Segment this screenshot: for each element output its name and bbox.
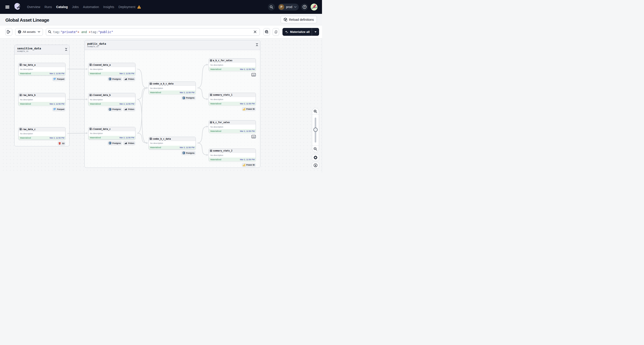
asset-scope-dropdown[interactable]: All assets <box>15 28 43 36</box>
refresh-button[interactable] <box>272 28 279 36</box>
asset-name: cleaned_data_b <box>92 94 111 96</box>
query-token-string: "public" <box>98 30 113 34</box>
kind-tag-postgres[interactable]: Postgres <box>108 77 122 81</box>
asset-lineage-graph[interactable]: sensitive_data example_co public_data ex… <box>0 38 322 172</box>
global-search-button[interactable] <box>268 4 275 10</box>
page-header: Global Asset Lineage Reload definitions <box>0 14 322 26</box>
menu-hamburger-icon[interactable] <box>5 6 10 8</box>
postgres-icon <box>108 108 112 111</box>
kind-tag-postgres[interactable]: Postgres <box>181 151 196 155</box>
asset-node-summary_stats_2[interactable]: summary_stats_2 No description Materiali… <box>209 148 256 161</box>
kind-tag-csv[interactable]: csv <box>252 134 256 139</box>
asset-selection-input[interactable]: tag:"private"+ and +tag:"public" <box>46 28 260 36</box>
table-icon <box>150 83 152 85</box>
kind-tag-polars[interactable]: Polars <box>123 141 136 146</box>
asset-node-combo_b_c_data[interactable]: combo_b_c_data No description Materializ… <box>148 137 196 150</box>
asset-node-raw_data_c[interactable]: raw_data_c No description Materialized M… <box>18 127 66 140</box>
asset-name: summary_stats_1 <box>213 94 232 96</box>
open-sidebar-button[interactable] <box>5 28 12 36</box>
download-circle-icon <box>314 163 318 167</box>
nav-item-jobs[interactable]: Jobs <box>72 5 79 9</box>
dagster-logo-icon[interactable] <box>13 2 22 12</box>
materialized-label: Materialized <box>150 92 161 94</box>
zoom-panel <box>312 108 319 152</box>
kind-tag-label: Polars <box>128 108 134 110</box>
asset-node-a_b_c_for_sales[interactable]: a_b_c_for_sales No description Materiali… <box>209 58 256 71</box>
nav-item-label: Runs <box>44 5 52 9</box>
kind-tag-parquet[interactable]: Parquet <box>52 107 66 112</box>
nav-item-catalog[interactable]: Catalog <box>56 5 68 9</box>
group-header: public_data example_co <box>85 40 260 50</box>
asset-node-cleaned_data_a[interactable]: cleaned_data_a No description Materializ… <box>88 63 136 76</box>
zoom-slider-thumb[interactable] <box>313 128 318 132</box>
asset-node-b_c_for_sales[interactable]: b_c_for_sales No description Materialize… <box>209 120 256 133</box>
kind-tag-csv[interactable]: csv <box>252 72 256 77</box>
collapse-group-button[interactable] <box>256 43 258 46</box>
materialized-timestamp: Mar 2, 11:56 PM <box>120 103 134 105</box>
materialized-timestamp: Mar 2, 11:56 PM <box>180 92 194 94</box>
kind-tag-powerbi[interactable]: Power BI <box>242 107 256 112</box>
asset-node-cleaned_data_b[interactable]: cleaned_data_b No description Materializ… <box>88 93 136 106</box>
zoom-out-button[interactable] <box>312 146 319 152</box>
nav-item-overview[interactable]: Overview <box>27 5 40 9</box>
kind-tag-polars[interactable]: Polars <box>123 77 136 81</box>
kind-tag-polars[interactable]: Polars <box>123 107 136 112</box>
clear-query-button[interactable] <box>253 30 258 34</box>
kind-tag-postgres[interactable]: Postgres <box>108 141 122 146</box>
asset-description: No description <box>209 62 256 67</box>
materialized-timestamp: Mar 2, 11:56 PM <box>50 72 64 75</box>
materialize-all-button[interactable]: Materialize all <box>282 28 312 36</box>
edge-raw_data_c-to-cleaned_data_c <box>67 133 86 134</box>
kind-tag-postgres[interactable]: Postgres <box>108 107 122 112</box>
asset-status-row: Materialized Mar 2, 11:56 PM <box>18 102 65 106</box>
asset-description: No description <box>88 97 135 102</box>
table-icon <box>20 64 22 66</box>
parquet-icon <box>53 78 56 80</box>
nav-item-insights[interactable]: Insights <box>103 5 114 9</box>
deployment-switcher[interactable]: P prod <box>278 4 299 10</box>
asset-node-header: a_b_c_for_sales <box>209 58 256 62</box>
nav-item-automation[interactable]: Automation <box>83 5 99 9</box>
asset-node-header: b_c_for_sales <box>209 120 256 124</box>
asset-status-row: Materialized Mar 2, 11:56 PM <box>88 102 135 106</box>
help-button[interactable]: ? <box>301 4 308 10</box>
postgres-icon <box>108 142 112 144</box>
globe-icon <box>18 30 21 34</box>
asset-node-cleaned_data_c[interactable]: cleaned_data_c No description Materializ… <box>88 127 136 140</box>
asset-description: No description <box>149 86 196 90</box>
zoom-slider[interactable] <box>312 115 319 146</box>
nav-item-deployment[interactable]: Deployment <box>118 5 141 9</box>
asset-scope-label: All assets <box>23 30 36 34</box>
materialized-timestamp: Mar 2, 11:56 PM <box>120 72 134 75</box>
kind-tag-label: Postgres <box>186 97 195 99</box>
nav-item-label: Insights <box>103 5 114 9</box>
dagster-app: OverviewRunsCatalogJobsAutomationInsight… <box>0 0 322 172</box>
graph-settings-button[interactable] <box>312 154 319 161</box>
download-image-button[interactable] <box>312 162 319 169</box>
sparkles-icon <box>285 30 288 34</box>
nav-item-runs[interactable]: Runs <box>44 5 52 9</box>
asset-kind-tags: PostgresPolars <box>88 77 136 81</box>
asset-selection-query[interactable]: tag:"private"+ and +tag:"public" <box>53 30 253 34</box>
kind-tag-parquet[interactable]: Parquet <box>52 77 66 81</box>
warning-triangle-icon <box>137 5 141 9</box>
reload-definitions-button[interactable]: Reload definitions <box>281 16 317 23</box>
user-avatar[interactable] <box>310 4 318 10</box>
asset-node-combo_a_b_c_data[interactable]: combo_a_b_c_data No description Material… <box>148 82 196 94</box>
asset-node-raw_data_b[interactable]: raw_data_b No description Materialized M… <box>18 93 66 106</box>
materialized-label: Materialized <box>90 103 101 105</box>
kind-tag-s3[interactable]: S3 <box>58 141 66 146</box>
materialize-options-button[interactable] <box>312 28 319 36</box>
asset-description: No description <box>18 97 65 102</box>
asset-node-summary_stats_1[interactable]: summary_stats_1 No description Materiali… <box>209 93 256 106</box>
zoom-in-button[interactable] <box>312 108 319 115</box>
materialized-timestamp: Mar 2, 11:56 PM <box>180 146 194 148</box>
asset-node-raw_data_a[interactable]: raw_data_a No description Materialized M… <box>18 63 66 76</box>
powerbi-icon <box>243 164 245 166</box>
kind-tag-powerbi[interactable]: Power BI <box>242 163 256 167</box>
materialized-label: Materialized <box>20 137 31 139</box>
table-icon <box>20 94 22 96</box>
collapse-group-button[interactable] <box>65 48 68 51</box>
kind-tag-postgres[interactable]: Postgres <box>181 96 196 100</box>
new-catalog-view-button[interactable] <box>264 28 270 36</box>
